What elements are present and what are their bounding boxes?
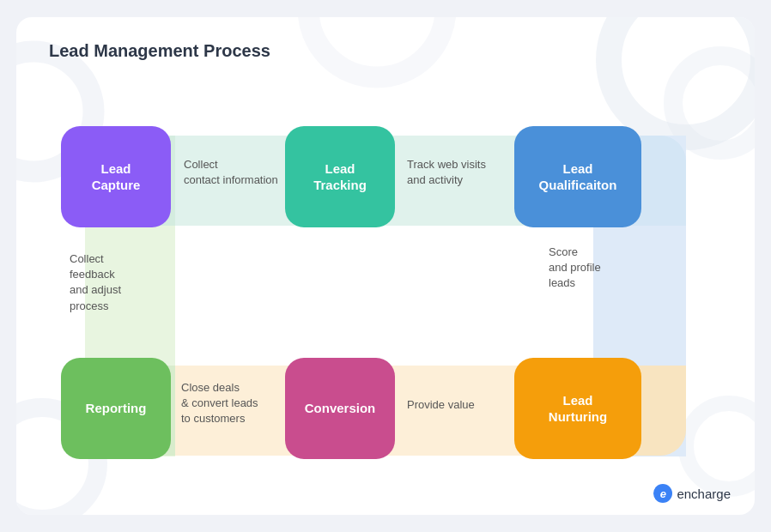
text-score-profile: Scoreand profileleads bbox=[549, 245, 601, 292]
encharge-logo: e encharge bbox=[653, 484, 731, 503]
reporting-label: Reporting bbox=[86, 400, 147, 417]
text-collect-feedback: Collectfeedbackand adjustprocess bbox=[70, 251, 121, 314]
lead-nurturing-label: LeadNurturing bbox=[549, 392, 607, 426]
conversion-label: Conversion bbox=[305, 400, 376, 417]
conversion-node: Conversion bbox=[285, 358, 395, 459]
logo-text: encharge bbox=[677, 487, 731, 501]
lead-nurturing-node: LeadNurturing bbox=[514, 358, 641, 459]
logo-icon: e bbox=[653, 484, 672, 503]
svg-point-5 bbox=[308, 17, 446, 77]
reporting-node: Reporting bbox=[61, 358, 171, 459]
text-collect-contact: Collectcontact information bbox=[184, 157, 278, 188]
lead-capture-node: LeadCapture bbox=[61, 126, 171, 227]
main-card: Lead Management Process LeadCapture Lead… bbox=[16, 17, 755, 515]
lead-qualification-label: LeadQualificaiton bbox=[539, 160, 617, 194]
text-close-deals: Close deals& convert leadsto customers bbox=[181, 380, 258, 427]
text-track-web: Track web visitsand activity bbox=[407, 157, 486, 188]
lead-tracking-label: LeadTracking bbox=[313, 160, 367, 194]
process-diagram: LeadCapture LeadTracking LeadQualificait… bbox=[42, 82, 729, 481]
lead-tracking-node: LeadTracking bbox=[285, 126, 395, 227]
lead-capture-label: LeadCapture bbox=[92, 160, 141, 194]
lead-qualification-node: LeadQualificaiton bbox=[514, 126, 641, 227]
page-title: Lead Management Process bbox=[49, 41, 270, 61]
text-provide-value: Provide value bbox=[407, 397, 475, 413]
